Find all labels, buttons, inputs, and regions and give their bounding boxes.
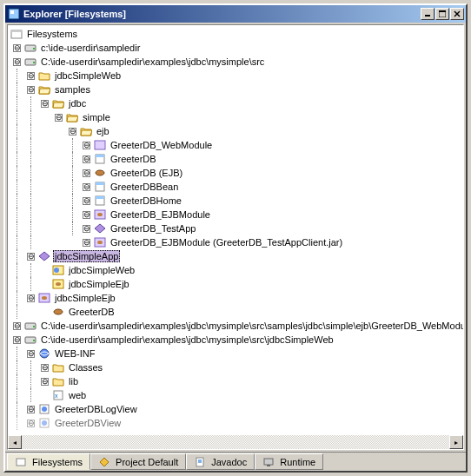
tree-node[interactable]: ⊖ GreeterDB [10,152,463,166]
expand-toggle[interactable]: ⊖ [83,183,90,191]
tree-node[interactable]: ⊖ jdbcSimpleEjb [10,291,463,305]
folder-icon [37,69,51,83]
tree-node[interactable]: ⊖ GreeterDB_TestApp [10,221,463,235]
expand-toggle[interactable]: ⊖ [41,364,49,372]
expand-toggle[interactable]: ⊖ [83,225,90,233]
scroll-left-button[interactable]: ◂ [8,435,22,449]
tab-runtime[interactable]: Runtime [255,453,323,470]
expand-toggle[interactable]: ⊖ [27,420,35,427]
expand-toggle[interactable]: ⊖ [83,211,90,219]
ejb-module-icon [93,235,107,249]
tree-node[interactable]: ⊖ simple [10,110,463,124]
tree-label: C:\ide-userdir\sampledir\examples\jdbc\m… [39,334,335,346]
folder-open-icon [51,96,65,110]
tree-node[interactable]: ⊖ lib [10,374,463,388]
expand-toggle[interactable]: ⊖ [13,44,21,52]
tree-node[interactable]: ⊖ GreeterDBView [10,416,463,430]
folder-open-icon [79,124,93,138]
expand-toggle[interactable]: ⊖ [13,336,21,344]
horizontal-scrollbar[interactable]: ◂ ▸ [8,435,463,449]
class-icon [93,180,107,194]
tree-label: GreeterDBHome [109,195,183,207]
expand-toggle[interactable]: ⊖ [69,128,76,136]
tree-node[interactable]: ⊖ ejb [10,124,463,138]
expand-toggle[interactable]: ⊖ [27,253,35,261]
tree-label: c:\ide-userdir\sampledir [39,42,142,54]
tree-node[interactable]: ⊖ GreeterDB_EJBModule (GreeterDB_TestApp… [10,235,463,249]
bottom-tabs: Filesystems Project Default Javadoc Runt… [5,452,466,471]
expand-toggle[interactable]: ⊖ [41,100,49,108]
maximize-button[interactable] [435,8,449,20]
svg-rect-8 [11,30,22,32]
tree-node[interactable]: ⊖ GreeterDBLogView [10,402,463,416]
tree-node[interactable]: jdbcSimpleWeb [10,263,463,277]
tree-node[interactable]: ⊖ jdbc [10,96,463,110]
expand-toggle[interactable]: ⊖ [27,406,35,413]
expand-toggle[interactable]: ⊖ [55,114,63,122]
svg-rect-51 [267,465,270,466]
project-icon [98,456,110,468]
module-icon [93,138,107,152]
web-module-icon [51,263,65,277]
tree-root[interactable]: Filesystems [10,27,463,41]
tree-label: jdbcSimpleApp [53,250,120,262]
tree-node[interactable]: GreeterDB [10,305,463,319]
tree-node[interactable]: ⊖ WEB-INF [10,347,463,360]
tree-node-selected[interactable]: ⊖ jdbcSimpleApp [10,249,463,263]
tree-node[interactable]: ⊖ c:\ide-userdir\sampledir [10,41,463,55]
svg-point-35 [33,326,35,327]
tree-node[interactable]: ⊖ C:\ide-userdir\sampledir\examples\jdbc… [10,333,463,347]
scroll-track[interactable] [22,435,449,449]
expand-toggle[interactable]: ⊖ [83,155,90,163]
expand-toggle[interactable]: ⊖ [41,378,49,386]
tab-project-default[interactable]: Project Default [90,453,186,470]
expand-toggle[interactable]: ⊖ [13,58,21,66]
expand-toggle[interactable]: ⊖ [13,322,21,330]
expand-toggle[interactable]: ⊖ [83,197,90,205]
tree-node[interactable]: jdbcSimpleEjb [10,277,463,291]
tree-node[interactable]: ⊖ jdbcSimpleWeb [10,69,463,83]
tree-label: GreeterDB (EJB) [109,167,184,179]
svg-rect-13 [95,141,105,149]
tree-node[interactable]: ⊖ GreeterDBHome [10,194,463,208]
expand-toggle[interactable]: ⊖ [27,72,35,80]
runtime-icon [262,456,275,468]
svg-rect-18 [96,182,104,185]
tree-node[interactable]: ⊖ GreeterDB_EJBModule [10,208,463,221]
tree-node[interactable]: ⊖ GreeterDBBean [10,180,463,194]
expand-toggle[interactable]: ⊖ [27,86,35,94]
ejb-module-icon [93,208,107,221]
svg-point-16 [96,170,104,175]
titlebar[interactable]: Explorer [Filesystems] [5,5,466,23]
svg-rect-50 [264,459,273,465]
tree-node[interactable]: ⊖ GreeterDB_WebModule [10,138,463,152]
tree-label: jdbcSimpleWeb [53,69,123,82]
tree-node[interactable]: ⊖ C:\ide-userdir\sampledir\examples\jdbc… [10,319,463,333]
expand-toggle[interactable]: ⊖ [83,142,90,149]
tree-node[interactable]: ⊖ GreeterDB (EJB) [10,166,463,180]
minimize-button[interactable] [421,8,435,20]
expand-toggle[interactable]: ⊖ [83,169,90,177]
close-button[interactable] [450,8,464,20]
scroll-right-button[interactable]: ▸ [449,435,463,449]
expand-toggle[interactable]: ⊖ [83,239,90,247]
xml-icon: x [51,388,65,402]
svg-point-28 [54,268,59,273]
tree-label: GreeterDB [109,153,158,165]
svg-point-33 [54,309,63,314]
tab-javadoc[interactable]: Javadoc [186,453,255,470]
expand-toggle[interactable]: ⊖ [27,350,35,358]
ejb-ref-icon [51,277,65,291]
app-icon [93,221,107,235]
tree-view[interactable]: Filesystems ⊖ c:\ide-userdir\sampledir ⊖… [8,25,463,435]
tab-filesystems[interactable]: Filesystems [7,453,90,470]
tree-label: GreeterDB_WebModule [109,139,214,151]
tree-label: Classes [67,361,104,374]
tree-node[interactable]: ⊖ samples [10,83,463,96]
expand-toggle[interactable]: ⊖ [27,294,35,302]
tree-node[interactable]: ⊖ C:\ide-userdir\sampledir\examples\jdbc… [10,55,463,69]
app-icon [37,249,51,263]
tree-node[interactable]: x web [10,388,463,402]
tree-node[interactable]: ⊖ Classes [10,360,463,374]
folder-open-icon [65,110,79,124]
